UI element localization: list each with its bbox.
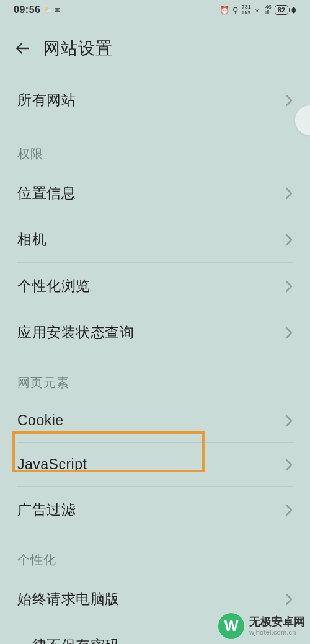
chevron-right-icon — [285, 415, 293, 427]
item-personalized-browsing[interactable]: 个性化浏览 — [0, 263, 310, 309]
watermark-url: wjhotel.com.cn — [249, 629, 305, 636]
chevron-right-icon — [285, 187, 293, 200]
chevron-right-icon — [285, 280, 293, 293]
watermark-logo: W — [218, 613, 244, 639]
watermark: W 无极安卓网 wjhotel.com.cn — [218, 613, 305, 639]
item-javascript[interactable]: JavaScript — [0, 443, 310, 487]
item-label: 位置信息 — [17, 183, 76, 203]
item-label: 应用安装状态查询 — [17, 323, 134, 342]
wifi-icon: ᯤ — [254, 6, 262, 15]
item-label: Cookie — [17, 412, 64, 429]
network-label: 46ıll — [265, 4, 272, 15]
alarm-icon: ⏰ — [219, 6, 229, 15]
chevron-right-icon — [285, 459, 293, 471]
item-cookie[interactable]: Cookie — [0, 399, 310, 443]
item-ad-filter[interactable]: 广告过滤 — [0, 487, 310, 533]
status-notif-icons: ⛅ ✉ — [44, 6, 60, 14]
battery-indicator: 82 — [275, 5, 288, 15]
leaf-icon: ⬮ — [291, 6, 296, 14]
section-page-elements: 网页元素 — [0, 356, 310, 399]
status-left: 09:56 ⛅ ✉ — [14, 4, 60, 15]
bluetooth-icon: ⚲ — [232, 6, 239, 15]
settings-list: 所有网站 权限 位置信息 相机 个性化浏览 应用安装状态查询 网页元素 Cook… — [0, 71, 310, 644]
status-time: 09:56 — [14, 4, 40, 15]
page-title: 网站设置 — [43, 37, 113, 60]
watermark-text: 无极安卓网 wjhotel.com.cn — [249, 616, 305, 636]
section-permissions: 权限 — [0, 127, 310, 170]
status-bar: 09:56 ⛅ ✉ ⏰ ⚲ 731B/s ᯤ 46ıll 82 ⬮ — [0, 0, 310, 20]
section-personalization: 个性化 — [0, 533, 310, 576]
chevron-right-icon — [285, 234, 293, 246]
item-label: 始终请求电脑版 — [17, 589, 120, 609]
item-location[interactable]: 位置信息 — [0, 170, 310, 216]
chevron-right-icon — [285, 504, 293, 516]
arrow-left-icon — [14, 40, 30, 56]
chevron-right-icon — [285, 94, 293, 107]
item-label: JavaScript — [17, 456, 87, 473]
chevron-right-icon — [285, 593, 293, 606]
item-label: 个性化浏览 — [17, 276, 91, 296]
item-label: 广告过滤 — [17, 500, 76, 519]
page-header: 网站设置 — [0, 20, 310, 71]
item-label: 相机 — [17, 230, 46, 249]
item-camera[interactable]: 相机 — [0, 216, 310, 263]
item-label: 所有网站 — [17, 90, 76, 110]
item-app-install-query[interactable]: 应用安装状态查询 — [0, 309, 310, 356]
watermark-brand: 无极安卓网 — [249, 616, 305, 629]
status-right: ⏰ ⚲ 731B/s ᯤ 46ıll 82 ⬮ — [219, 4, 296, 15]
item-label: 一律不保存密码 — [17, 636, 120, 644]
back-button[interactable] — [14, 40, 31, 57]
item-all-sites[interactable]: 所有网站 — [0, 71, 310, 127]
net-speed: 731B/s — [242, 4, 251, 15]
chevron-right-icon — [285, 327, 293, 339]
